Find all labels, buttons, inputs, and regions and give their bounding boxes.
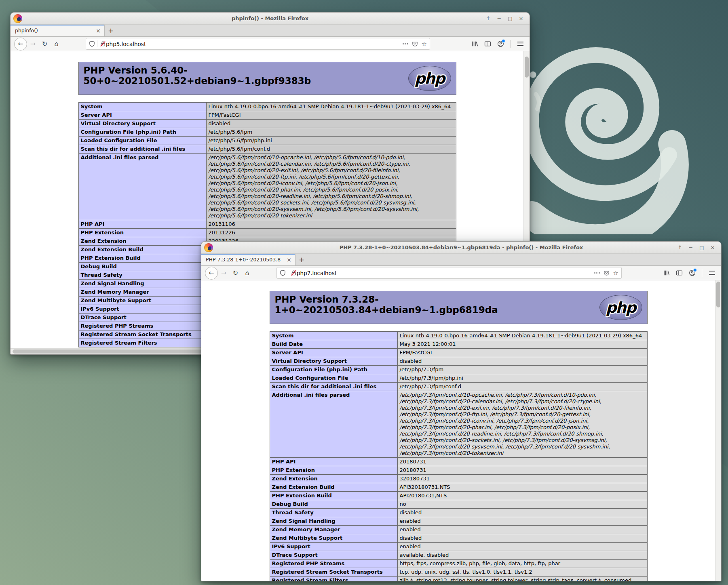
titlebar[interactable]: phpinfo() - Mozilla Firefox ↑ − □ ×: [11, 13, 530, 25]
info-label: Virtual Directory Support: [270, 357, 397, 366]
info-label: Thread Safety: [78, 271, 206, 280]
maximize-button[interactable]: □: [698, 244, 705, 251]
info-row: PHP Extension20180731: [270, 466, 647, 475]
info-row: Loaded Configuration File/etc/php/7.3/fp…: [270, 374, 647, 383]
menu-icon[interactable]: [708, 270, 716, 276]
info-value: tcp, udp, unix, udg, ssl, tls, tlsv1.0, …: [397, 568, 647, 577]
info-row: PHP API20180731: [270, 458, 647, 466]
pocket-icon[interactable]: [604, 270, 610, 276]
info-value: 20131106: [206, 220, 456, 229]
tab-bar: phpinfo() × +: [11, 25, 530, 37]
close-button[interactable]: ×: [709, 244, 716, 251]
info-value: /etc/php/5.6/fpm/conf.d/10-opcache.ini, …: [206, 154, 456, 220]
insecure-lock-icon[interactable]: [291, 270, 297, 276]
home-button[interactable]: ⌂: [51, 38, 62, 50]
new-tab-button[interactable]: +: [295, 254, 308, 265]
close-button[interactable]: ×: [517, 15, 525, 22]
page-actions-icon[interactable]: [594, 272, 600, 274]
scrollbar-thumb[interactable]: [525, 57, 529, 78]
php-version-title: PHP Version 7.3.28-1+0~20210503.84+debia…: [275, 294, 599, 315]
page-actions-icon[interactable]: [403, 43, 408, 44]
info-value: FPM/FastCGI: [397, 349, 647, 357]
info-value: https, ftps, compress.zlib, php, file, g…: [397, 560, 647, 568]
info-label: Configuration File (php.ini) Path: [78, 128, 206, 137]
forward-button[interactable]: →: [218, 267, 230, 279]
sidebar-icon[interactable]: [676, 269, 683, 276]
info-label: Loaded Configuration File: [270, 374, 397, 383]
info-value: May 3 2021 12:00:01: [397, 340, 647, 349]
php-logo: php: [408, 66, 451, 91]
info-row: Virtual Directory Supportdisabled: [78, 120, 456, 128]
tab-close-icon[interactable]: ×: [286, 257, 292, 263]
vertical-scrollbar[interactable]: [715, 280, 721, 581]
minimize-button[interactable]: −: [496, 15, 503, 22]
home-button[interactable]: ⌂: [241, 267, 253, 279]
info-label: DTrace Support: [78, 314, 206, 322]
shade-button[interactable]: ↑: [485, 15, 492, 22]
nav-toolbar: ← → ↻ ⌂ php7.localhost ☆: [201, 266, 721, 280]
info-value: /etc/php/7.3/fpm/conf.d: [397, 383, 647, 391]
php-info-table: SystemLinux ntb 4.19.0-0.bpo.16-amd64 #1…: [270, 331, 648, 581]
info-value: disabled: [397, 534, 647, 543]
tab-close-icon[interactable]: ×: [95, 27, 101, 34]
info-value: API320180731,NTS: [397, 483, 647, 492]
info-label: PHP Extension: [78, 229, 206, 237]
window-title: PHP 7.3.28-1+0~20210503.84+debian9~1.gbp…: [250, 244, 673, 250]
menu-icon[interactable]: [517, 41, 524, 47]
url-bar[interactable]: php5.localhost ☆: [86, 38, 430, 50]
account-notification-dot: [693, 268, 697, 272]
info-label: Configuration File (php.ini) Path: [270, 366, 397, 374]
info-label: Additional .ini files parsed: [78, 154, 206, 220]
info-value: available, disabled: [397, 551, 647, 560]
info-label: PHP Extension Build: [78, 254, 206, 263]
minimize-button[interactable]: −: [687, 244, 694, 251]
new-tab-button[interactable]: +: [105, 25, 117, 36]
info-row: Additional .ini files parsed/etc/php/5.6…: [78, 154, 456, 220]
info-label: PHP API: [270, 458, 397, 466]
info-row: SystemLinux ntb 4.19.0-0.bpo.16-amd64 #1…: [270, 332, 647, 340]
info-label: System: [270, 332, 397, 340]
info-row: Zend Extension BuildAPI320180731,NTS: [270, 483, 647, 492]
tab-phpinfo7[interactable]: PHP 7.3.28-1+0~20210503.8 ×: [201, 254, 295, 265]
info-label: Registered PHP Streams: [78, 322, 206, 330]
sidebar-icon[interactable]: [484, 40, 491, 47]
info-label: Loaded Configuration File: [78, 137, 206, 145]
reload-button[interactable]: ↻: [39, 38, 51, 50]
info-row: Configuration File (php.ini) Path/etc/ph…: [270, 366, 647, 374]
info-value: disabled: [397, 509, 647, 517]
nav-toolbar: ← → ↻ ⌂ php5.localhost ☆: [11, 37, 530, 51]
info-label: PHP Extension Build: [270, 492, 397, 500]
shade-button[interactable]: ↑: [676, 244, 684, 251]
info-row: Debug Buildno: [270, 500, 647, 509]
info-value: disabled: [397, 357, 647, 366]
bookmark-star-icon[interactable]: ☆: [613, 269, 618, 277]
back-button[interactable]: ←: [14, 38, 27, 51]
reload-button[interactable]: ↻: [230, 267, 241, 279]
tab-phpinfo5[interactable]: phpinfo() ×: [11, 25, 105, 36]
url-text[interactable]: php5.localhost: [106, 41, 399, 47]
library-icon[interactable]: [471, 40, 478, 47]
tracking-protection-shield-icon[interactable]: [89, 41, 95, 47]
info-row: PHP Extension20131226: [78, 229, 456, 237]
info-row: Additional .ini files parsed/etc/php/7.3…: [270, 391, 647, 458]
pocket-icon[interactable]: [412, 41, 418, 47]
insecure-lock-icon[interactable]: [100, 41, 106, 47]
account-icon[interactable]: [497, 40, 504, 47]
info-label: Zend Memory Manager: [270, 526, 397, 534]
info-value: enabled: [397, 517, 647, 526]
account-icon[interactable]: [689, 269, 696, 276]
library-icon[interactable]: [663, 269, 670, 276]
tracking-protection-shield-icon[interactable]: [280, 270, 286, 276]
info-value: Linux ntb 4.19.0-0.bpo.16-amd64 #1 SMP D…: [397, 332, 647, 340]
back-button[interactable]: ←: [205, 267, 218, 280]
bookmark-star-icon[interactable]: ☆: [422, 40, 427, 48]
titlebar[interactable]: PHP 7.3.28-1+0~20210503.84+debian9~1.gbp…: [201, 242, 721, 254]
maximize-button[interactable]: □: [506, 15, 514, 22]
url-text[interactable]: php7.localhost: [297, 270, 591, 276]
scrollbar-thumb[interactable]: [716, 282, 720, 307]
info-label: Zend Signal Handling: [78, 280, 206, 288]
info-row: Zend Extension320180731: [270, 475, 647, 483]
url-bar[interactable]: php7.localhost ☆: [276, 267, 622, 279]
info-value: API20180731,NTS: [397, 492, 647, 500]
forward-button[interactable]: →: [27, 38, 39, 50]
